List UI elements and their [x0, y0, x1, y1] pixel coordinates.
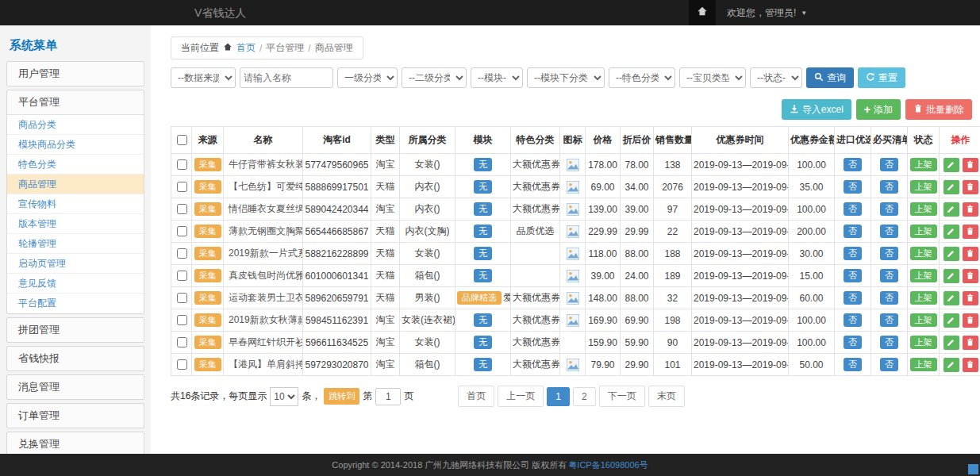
- icp-link[interactable]: 粤ICP备16098006号: [568, 459, 648, 471]
- sidebar-subitem-feedback[interactable]: 意见反馈: [7, 274, 144, 294]
- must-buy-toggle[interactable]: 否: [880, 158, 898, 172]
- sidebar-item-saving-news[interactable]: 省钱快报: [7, 347, 144, 370]
- pager-prev[interactable]: 上一页: [498, 386, 544, 407]
- sidebar-subitem-module-goods-category[interactable]: 模块商品分类: [7, 135, 144, 155]
- edit-button[interactable]: [943, 336, 959, 350]
- import-select-toggle[interactable]: 否: [844, 180, 862, 194]
- per-page-select[interactable]: 10: [270, 387, 298, 406]
- status-badge[interactable]: 上架: [910, 336, 937, 350]
- import-select-toggle[interactable]: 否: [844, 247, 862, 261]
- back-to-top-button[interactable]: [968, 464, 978, 474]
- edit-button[interactable]: [943, 358, 959, 372]
- status-badge[interactable]: 上架: [910, 202, 937, 217]
- pager-page-2[interactable]: 2: [573, 387, 596, 406]
- sidebar-subitem-version-management[interactable]: 版本管理: [7, 214, 144, 234]
- sidebar-subitem-promo-material[interactable]: 宣传物料: [7, 194, 144, 214]
- sidebar-subitem-goods-management[interactable]: 商品管理: [7, 175, 144, 194]
- filter-select-level1-category[interactable]: 一级分类: [337, 67, 398, 88]
- pager-first[interactable]: 首页: [458, 386, 494, 407]
- sidebar-subitem-platform-config[interactable]: 平台配置: [7, 294, 144, 313]
- import-select-toggle[interactable]: 否: [844, 225, 862, 239]
- import-select-toggle[interactable]: 否: [844, 202, 862, 217]
- status-badge[interactable]: 上架: [910, 247, 937, 261]
- pager-next[interactable]: 下一页: [599, 386, 645, 407]
- status-badge[interactable]: 上架: [910, 180, 937, 194]
- pager-last[interactable]: 末页: [648, 386, 685, 407]
- must-buy-toggle[interactable]: 否: [880, 247, 898, 261]
- filter-select-data-source[interactable]: --数据来源--: [171, 67, 236, 88]
- breadcrumb-home-link[interactable]: 首页: [236, 41, 256, 55]
- must-buy-toggle[interactable]: 否: [880, 336, 898, 350]
- edit-button[interactable]: [943, 313, 959, 328]
- delete-button[interactable]: [963, 247, 978, 261]
- sidebar-subitem-goods-category[interactable]: 商品分类: [7, 115, 144, 135]
- sidebar-item-exchange-management[interactable]: 兑换管理: [7, 432, 144, 454]
- sidebar-item-message-management[interactable]: 消息管理: [7, 375, 144, 399]
- status-badge[interactable]: 上架: [910, 269, 937, 283]
- delete-button[interactable]: [963, 313, 978, 328]
- must-buy-toggle[interactable]: 否: [880, 180, 898, 194]
- must-buy-toggle[interactable]: 否: [880, 358, 898, 372]
- edit-button[interactable]: [943, 225, 959, 239]
- delete-button[interactable]: [963, 336, 978, 350]
- row-checkbox[interactable]: [177, 182, 187, 192]
- import-excel-button[interactable]: 导入excel: [782, 99, 851, 120]
- delete-button[interactable]: [963, 291, 978, 305]
- edit-button[interactable]: [943, 180, 959, 194]
- delete-button[interactable]: [963, 269, 978, 283]
- batch-delete-button[interactable]: 批量删除: [905, 99, 972, 120]
- import-select-toggle[interactable]: 否: [844, 269, 862, 283]
- delete-button[interactable]: [963, 158, 978, 172]
- sidebar-item-group-buy-management[interactable]: 拼团管理: [7, 318, 144, 342]
- delete-button[interactable]: [963, 358, 978, 372]
- must-buy-toggle[interactable]: 否: [880, 269, 898, 283]
- status-badge[interactable]: 上架: [910, 291, 937, 305]
- edit-button[interactable]: [943, 291, 959, 305]
- edit-button[interactable]: [943, 158, 959, 172]
- must-buy-toggle[interactable]: 否: [880, 313, 898, 328]
- filter-select-status[interactable]: --状态--: [750, 67, 802, 88]
- delete-button[interactable]: [963, 180, 978, 194]
- import-select-toggle[interactable]: 否: [844, 158, 862, 172]
- filter-input-name-search[interactable]: [240, 67, 333, 88]
- import-select-toggle[interactable]: 否: [844, 291, 862, 305]
- jump-button[interactable]: 跳转到: [324, 388, 359, 405]
- import-select-toggle[interactable]: 否: [844, 313, 862, 328]
- search-button[interactable]: 查询: [806, 67, 854, 88]
- row-checkbox[interactable]: [177, 248, 187, 259]
- must-buy-toggle[interactable]: 否: [880, 291, 898, 305]
- status-badge[interactable]: 上架: [910, 313, 937, 328]
- select-all-checkbox[interactable]: [177, 135, 187, 145]
- row-checkbox[interactable]: [177, 293, 187, 303]
- filter-select-module-subcategory[interactable]: --模块下分类--: [527, 67, 605, 88]
- edit-button[interactable]: [943, 247, 959, 261]
- home-button[interactable]: [689, 0, 716, 25]
- row-checkbox[interactable]: [177, 204, 187, 214]
- delete-button[interactable]: [963, 225, 978, 239]
- pager-page-1[interactable]: 1: [547, 387, 570, 406]
- import-select-toggle[interactable]: 否: [844, 336, 862, 350]
- filter-select-level2-category[interactable]: --二级分类--: [402, 67, 467, 88]
- reset-button[interactable]: 重置: [858, 67, 905, 88]
- filter-select-feature-category[interactable]: --特色分类--: [609, 67, 675, 88]
- edit-button[interactable]: [943, 269, 959, 283]
- sidebar-subitem-carousel-management[interactable]: 轮播管理: [7, 234, 144, 254]
- must-buy-toggle[interactable]: 否: [880, 202, 898, 217]
- sidebar-subitem-splash-page-management[interactable]: 启动页管理: [7, 254, 144, 274]
- sidebar-item-order-management[interactable]: 订单管理: [7, 404, 144, 428]
- status-badge[interactable]: 上架: [910, 358, 937, 372]
- status-badge[interactable]: 上架: [910, 158, 937, 172]
- row-checkbox[interactable]: [177, 315, 187, 325]
- row-checkbox[interactable]: [177, 271, 187, 281]
- row-checkbox[interactable]: [177, 226, 187, 236]
- filter-select-module[interactable]: --模块--: [471, 67, 523, 88]
- sidebar-subitem-feature-category[interactable]: 特色分类: [7, 155, 144, 175]
- edit-button[interactable]: [943, 202, 959, 217]
- row-checkbox[interactable]: [177, 359, 187, 370]
- add-button[interactable]: + 添加: [856, 99, 901, 120]
- sidebar-item-user-management[interactable]: 用户管理: [7, 62, 144, 86]
- filter-select-item-type[interactable]: --宝贝类型--: [679, 67, 746, 88]
- sidebar-item-platform-management[interactable]: 平台管理: [7, 90, 144, 114]
- page-number-input[interactable]: [375, 388, 401, 405]
- row-checkbox[interactable]: [177, 159, 187, 170]
